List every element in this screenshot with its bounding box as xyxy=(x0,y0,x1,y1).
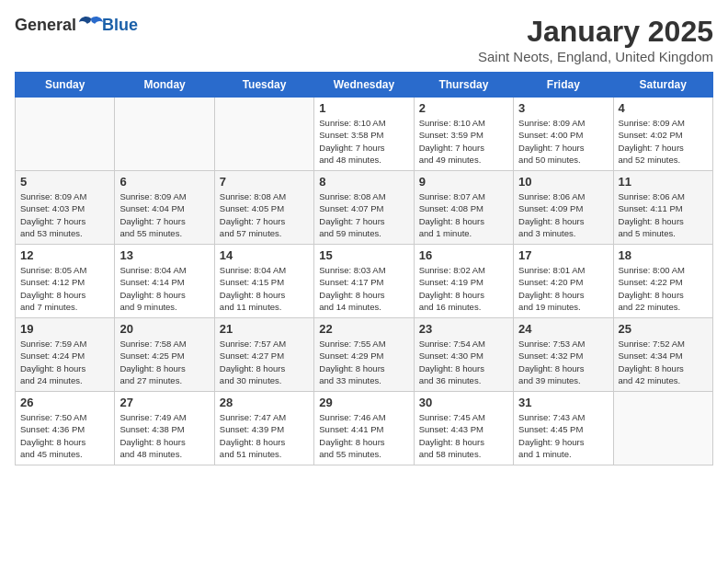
weekday-header-friday: Friday xyxy=(514,73,613,98)
title-area: January 2025 Saint Neots, England, Unite… xyxy=(478,15,713,64)
calendar-cell: 26Sunrise: 7:50 AMSunset: 4:36 PMDayligh… xyxy=(16,392,115,465)
calendar-cell: 8Sunrise: 8:08 AMSunset: 4:07 PMDaylight… xyxy=(314,171,414,245)
calendar-cell xyxy=(16,98,115,171)
day-info: Sunrise: 8:08 AMSunset: 4:05 PMDaylight:… xyxy=(220,190,309,239)
calendar-cell: 13Sunrise: 8:04 AMSunset: 4:14 PMDayligh… xyxy=(115,245,214,318)
calendar-cell: 6Sunrise: 8:09 AMSunset: 4:04 PMDaylight… xyxy=(115,171,214,245)
day-number: 31 xyxy=(518,396,608,409)
day-info: Sunrise: 7:58 AMSunset: 4:25 PMDaylight:… xyxy=(119,338,209,386)
day-number: 5 xyxy=(20,175,109,189)
calendar-cell: 18Sunrise: 8:00 AMSunset: 4:22 PMDayligh… xyxy=(613,245,712,318)
day-number: 14 xyxy=(220,248,309,262)
day-info: Sunrise: 7:54 AMSunset: 4:30 PMDaylight:… xyxy=(419,338,508,386)
calendar-cell: 5Sunrise: 8:09 AMSunset: 4:03 PMDaylight… xyxy=(16,171,115,245)
day-info: Sunrise: 8:04 AMSunset: 4:15 PMDaylight:… xyxy=(220,264,309,313)
day-info: Sunrise: 7:52 AMSunset: 4:34 PMDaylight:… xyxy=(619,338,708,386)
week-row-0: 1Sunrise: 8:10 AMSunset: 3:58 PMDaylight… xyxy=(16,98,713,171)
day-number: 9 xyxy=(419,175,508,189)
week-row-3: 19Sunrise: 7:59 AMSunset: 4:24 PMDayligh… xyxy=(16,318,713,392)
calendar-cell xyxy=(115,98,214,171)
day-number: 23 xyxy=(419,322,508,336)
day-info: Sunrise: 7:59 AMSunset: 4:24 PMDaylight:… xyxy=(20,338,109,386)
day-number: 22 xyxy=(319,322,408,336)
day-info: Sunrise: 8:10 AMSunset: 3:59 PMDaylight:… xyxy=(419,117,508,166)
day-info: Sunrise: 7:49 AMSunset: 4:38 PMDaylight:… xyxy=(119,411,209,460)
week-row-2: 12Sunrise: 8:05 AMSunset: 4:12 PMDayligh… xyxy=(16,245,713,318)
day-number: 15 xyxy=(319,248,408,262)
day-info: Sunrise: 8:09 AMSunset: 4:03 PMDaylight:… xyxy=(20,190,109,239)
weekday-header-monday: Monday xyxy=(115,73,214,98)
calendar-table: SundayMondayTuesdayWednesdayThursdayFrid… xyxy=(15,72,713,465)
calendar-cell: 24Sunrise: 7:53 AMSunset: 4:32 PMDayligh… xyxy=(514,318,613,392)
calendar-cell: 1Sunrise: 8:10 AMSunset: 3:58 PMDaylight… xyxy=(314,98,414,171)
day-number: 28 xyxy=(220,396,309,409)
day-number: 16 xyxy=(419,248,508,262)
day-info: Sunrise: 7:55 AMSunset: 4:29 PMDaylight:… xyxy=(319,338,408,386)
calendar-cell: 15Sunrise: 8:03 AMSunset: 4:17 PMDayligh… xyxy=(314,245,414,318)
day-number: 17 xyxy=(518,248,608,262)
day-number: 30 xyxy=(419,396,508,409)
calendar-cell xyxy=(214,98,313,171)
day-number: 27 xyxy=(119,396,209,409)
day-info: Sunrise: 7:46 AMSunset: 4:41 PMDaylight:… xyxy=(319,411,408,460)
calendar-cell: 29Sunrise: 7:46 AMSunset: 4:41 PMDayligh… xyxy=(314,392,414,465)
week-row-4: 26Sunrise: 7:50 AMSunset: 4:36 PMDayligh… xyxy=(16,392,713,465)
day-number: 13 xyxy=(119,248,209,262)
day-number: 2 xyxy=(419,101,508,115)
calendar-cell: 19Sunrise: 7:59 AMSunset: 4:24 PMDayligh… xyxy=(16,318,115,392)
calendar-cell: 7Sunrise: 8:08 AMSunset: 4:05 PMDaylight… xyxy=(214,171,313,245)
day-info: Sunrise: 8:02 AMSunset: 4:19 PMDaylight:… xyxy=(419,264,508,313)
calendar-cell: 3Sunrise: 8:09 AMSunset: 4:00 PMDaylight… xyxy=(514,98,613,171)
calendar-cell: 14Sunrise: 8:04 AMSunset: 4:15 PMDayligh… xyxy=(214,245,313,318)
day-info: Sunrise: 8:10 AMSunset: 3:58 PMDaylight:… xyxy=(319,117,408,166)
day-number: 4 xyxy=(619,101,708,115)
weekday-header-thursday: Thursday xyxy=(414,73,513,98)
logo-bird-icon xyxy=(78,15,104,35)
calendar-cell: 12Sunrise: 8:05 AMSunset: 4:12 PMDayligh… xyxy=(16,245,115,318)
day-number: 24 xyxy=(518,322,608,336)
day-number: 29 xyxy=(319,396,408,409)
calendar-cell: 22Sunrise: 7:55 AMSunset: 4:29 PMDayligh… xyxy=(314,318,414,392)
day-info: Sunrise: 8:06 AMSunset: 4:11 PMDaylight:… xyxy=(619,190,708,239)
day-info: Sunrise: 8:05 AMSunset: 4:12 PMDaylight:… xyxy=(20,264,109,313)
day-info: Sunrise: 7:45 AMSunset: 4:43 PMDaylight:… xyxy=(419,411,508,460)
day-info: Sunrise: 8:08 AMSunset: 4:07 PMDaylight:… xyxy=(319,190,408,239)
day-number: 26 xyxy=(20,396,109,409)
day-number: 11 xyxy=(619,175,708,189)
day-number: 10 xyxy=(518,175,608,189)
day-info: Sunrise: 8:09 AMSunset: 4:00 PMDaylight:… xyxy=(518,117,608,166)
weekday-header-row: SundayMondayTuesdayWednesdayThursdayFrid… xyxy=(16,73,713,98)
day-number: 19 xyxy=(20,322,109,336)
day-info: Sunrise: 8:04 AMSunset: 4:14 PMDaylight:… xyxy=(119,264,209,313)
day-number: 6 xyxy=(119,175,209,189)
day-number: 20 xyxy=(119,322,209,336)
day-info: Sunrise: 8:01 AMSunset: 4:20 PMDaylight:… xyxy=(518,264,608,313)
day-number: 18 xyxy=(619,248,708,262)
weekday-header-saturday: Saturday xyxy=(613,73,712,98)
day-number: 21 xyxy=(220,322,309,336)
header: General Blue January 2025 Saint Neots, E… xyxy=(15,15,713,64)
calendar-title: January 2025 xyxy=(478,15,713,49)
calendar-cell: 21Sunrise: 7:57 AMSunset: 4:27 PMDayligh… xyxy=(214,318,313,392)
calendar-cell: 27Sunrise: 7:49 AMSunset: 4:38 PMDayligh… xyxy=(115,392,214,465)
calendar-cell: 31Sunrise: 7:43 AMSunset: 4:45 PMDayligh… xyxy=(514,392,613,465)
calendar-subtitle: Saint Neots, England, United Kingdom xyxy=(478,49,713,64)
day-info: Sunrise: 8:07 AMSunset: 4:08 PMDaylight:… xyxy=(419,190,508,239)
calendar-cell: 9Sunrise: 8:07 AMSunset: 4:08 PMDaylight… xyxy=(414,171,513,245)
calendar-cell: 20Sunrise: 7:58 AMSunset: 4:25 PMDayligh… xyxy=(115,318,214,392)
day-info: Sunrise: 8:00 AMSunset: 4:22 PMDaylight:… xyxy=(619,264,708,313)
day-info: Sunrise: 7:57 AMSunset: 4:27 PMDaylight:… xyxy=(220,338,309,386)
day-number: 1 xyxy=(319,101,408,115)
day-info: Sunrise: 8:09 AMSunset: 4:04 PMDaylight:… xyxy=(119,190,209,239)
calendar-cell: 17Sunrise: 8:01 AMSunset: 4:20 PMDayligh… xyxy=(514,245,613,318)
weekday-header-tuesday: Tuesday xyxy=(214,73,313,98)
calendar-cell: 10Sunrise: 8:06 AMSunset: 4:09 PMDayligh… xyxy=(514,171,613,245)
day-info: Sunrise: 7:43 AMSunset: 4:45 PMDaylight:… xyxy=(518,411,608,460)
day-info: Sunrise: 7:47 AMSunset: 4:39 PMDaylight:… xyxy=(220,411,309,460)
day-number: 8 xyxy=(319,175,408,189)
day-number: 3 xyxy=(518,101,608,115)
day-number: 12 xyxy=(20,248,109,262)
calendar-cell: 30Sunrise: 7:45 AMSunset: 4:43 PMDayligh… xyxy=(414,392,513,465)
calendar-cell: 23Sunrise: 7:54 AMSunset: 4:30 PMDayligh… xyxy=(414,318,513,392)
weekday-header-sunday: Sunday xyxy=(16,73,115,98)
